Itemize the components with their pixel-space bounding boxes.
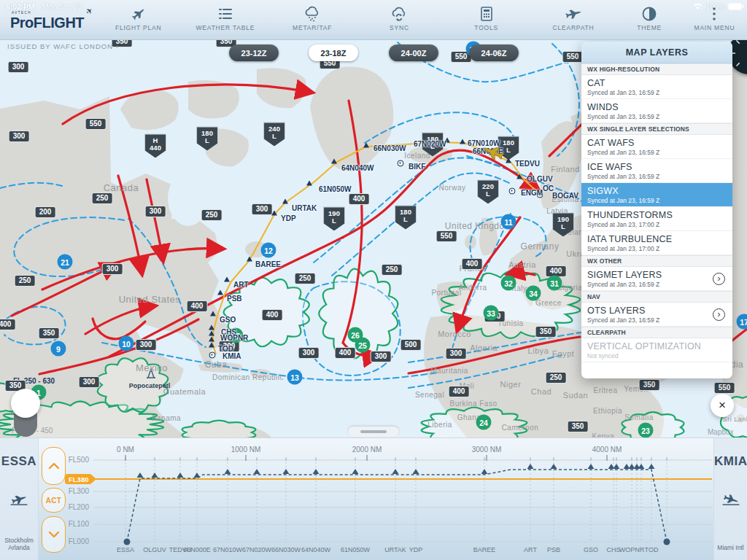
svg-text:GSO: GSO — [584, 546, 598, 553]
nav-sync[interactable]: SYNC — [356, 6, 443, 39]
svg-text:61N050W: 61N050W — [341, 546, 371, 553]
chevron-right-icon[interactable]: › — [713, 308, 725, 321]
turbulence-marker[interactable]: 13 — [287, 370, 303, 385]
turbulence-marker[interactable]: 9 — [51, 341, 66, 357]
svg-text:YDP: YDP — [409, 546, 423, 553]
cloud-area-marker[interactable]: 23 — [638, 423, 654, 438]
layer-item-cat[interactable]: CATSynced at Jan 23, 16:59 Z — [581, 75, 732, 99]
destination-city: Miami Intl — [714, 544, 747, 552]
layer-item-winds[interactable]: WINDSSynced at Jan 23, 16:59 Z — [581, 99, 732, 123]
proflight-app: 3503503005503005505505502502003002503004… — [0, 0, 747, 560]
svg-text:PSB: PSB — [547, 546, 560, 553]
app-header: 6:02 PMMon Jan 23 100% AVTECHProFLIGHT ✈… — [0, 0, 747, 40]
map-toggle-knob[interactable] — [9, 389, 42, 440]
cloud-area-marker[interactable]: 32 — [501, 276, 516, 291]
turbulence-marker[interactable]: 11 — [501, 214, 516, 230]
vertical-profile-sheet: FL500FL300FL200FL100FL0000 NM1000 NM2000… — [0, 438, 747, 560]
time-button-23-12z[interactable]: 23-12Z — [229, 44, 279, 61]
layer-item-ots-layers[interactable]: OTS LAYERSSynced at Jan 23, 16:59 Z› — [581, 303, 732, 327]
svg-text:4000 NM: 4000 NM — [592, 446, 622, 454]
chevron-right-icon[interactable]: › — [713, 273, 725, 285]
nav-main-menu[interactable]: MAIN MENU — [682, 6, 747, 39]
map-attribution[interactable]: Mapbox — [708, 428, 734, 436]
nav-tools[interactable]: TOOLS — [443, 6, 530, 39]
issued-by-label[interactable]: ISSUED BY WAFC LONDON › — [7, 42, 119, 50]
destination-code: KMIA — [714, 454, 747, 469]
turbulence-marker[interactable]: 10 — [119, 336, 134, 351]
layer-item-vertical-optimization[interactable]: VERTICAL OPTIMIZATIONNot synced — [581, 338, 732, 362]
departure-icon — [0, 492, 38, 505]
vertical-profile-chart[interactable]: FL500FL300FL200FL100FL0000 NM1000 NM2000… — [0, 438, 747, 560]
cloud-rain-icon — [303, 6, 321, 22]
svg-text:3000 NM: 3000 NM — [472, 446, 502, 454]
cloud-sync-icon — [390, 6, 408, 22]
svg-text:URTAK: URTAK — [384, 546, 406, 553]
volcano-label: Popocatepetl — [129, 382, 171, 389]
layer-item-sigwx[interactable]: SIGWXSynced at Jan 23, 16:59 Z — [581, 183, 732, 207]
layers-section-header: WX SINGLE LAYER SELECTIONS — [581, 123, 732, 135]
turbulence-marker[interactable]: 17 — [737, 314, 747, 330]
svg-text:67N020W: 67N020W — [242, 546, 272, 553]
nav-clearpath[interactable]: CLEARPATH — [530, 6, 616, 39]
profile-level-down-button[interactable] — [42, 516, 66, 553]
layers-section-header: CLEARPATH — [581, 327, 732, 338]
clock: 6:02 PM — [6, 2, 35, 11]
cloud-area-marker[interactable]: 24 — [476, 415, 492, 430]
svg-text:TOD: TOD — [645, 546, 659, 553]
sigwx-cloud-outline — [622, 412, 684, 438]
layer-item-thunderstorms[interactable]: THUNDERSTORMSSynced at Jan 23, 17:00 Z — [581, 207, 732, 231]
cloud-area-marker[interactable]: 27 — [228, 328, 244, 343]
time-button-24-00z[interactable]: 24-00Z — [389, 44, 438, 61]
turbulence-marker[interactable]: 21 — [58, 254, 73, 270]
layers-section-header: WX OTHER — [581, 255, 732, 267]
time-button-23-18z[interactable]: 23-18Z — [309, 44, 358, 61]
svg-text:FL200: FL200 — [69, 503, 90, 511]
svg-text:66N030W: 66N030W — [271, 546, 301, 553]
aircraft-position-icon[interactable] — [481, 140, 506, 168]
cloud-area-marker[interactable]: 25 — [355, 338, 371, 353]
cloud-fl-range-high: FL 250 - 630 — [13, 377, 55, 385]
nav-theme[interactable]: THEME — [617, 6, 682, 39]
svg-text:ART: ART — [524, 546, 537, 553]
layer-item-cat-wafs[interactable]: CAT WAFSSynced at Jan 23, 16:59 Z — [581, 135, 732, 159]
layer-item-ice-wafs[interactable]: ICE WAFSSynced at Jan 23, 16:59 Z — [581, 159, 732, 183]
cloud-area-marker[interactable]: 34 — [526, 286, 541, 301]
svg-text:1000 NM: 1000 NM — [231, 446, 261, 454]
volcano-icon — [144, 368, 158, 381]
proflight-logo[interactable]: AVTECHProFLIGHT ✈ — [10, 12, 84, 30]
layer-item-sigmet-layers[interactable]: SIGMET LAYERSSynced at Jan 23, 16:59 Z› — [581, 267, 732, 291]
origin-city: StockholmArlanda — [0, 537, 38, 552]
plane-icon — [131, 6, 147, 22]
bottom-sheet-drag-handle[interactable] — [348, 427, 399, 437]
map-layers-list: WX HIGH-RESOLUTIONCATSynced at Jan 23, 1… — [581, 63, 732, 362]
svg-text:FL380: FL380 — [69, 475, 88, 483]
close-profile-button[interactable]: × — [711, 394, 734, 417]
calculator-icon — [479, 6, 494, 22]
nav-metar-taf[interactable]: METAR/TAF — [269, 6, 356, 39]
profile-act-button[interactable]: ACT — [42, 488, 66, 513]
destination-airport-block: KMIA Miami Intl — [713, 438, 747, 560]
svg-text:67N010W: 67N010W — [213, 546, 243, 553]
theme-contrast-icon — [641, 6, 657, 22]
svg-text:OLGUV: OLGUV — [143, 546, 166, 553]
logo-text: ProFLIGHT — [10, 15, 84, 31]
svg-text:FL500: FL500 — [69, 456, 90, 464]
turbulence-marker[interactable]: 12 — [261, 243, 276, 258]
origin-airport-block: ESSA StockholmArlanda — [0, 438, 39, 560]
kebab-menu-icon — [706, 6, 722, 22]
svg-text:0 NM: 0 NM — [117, 446, 134, 454]
svg-text:FL100: FL100 — [69, 520, 90, 528]
nav-weather-table[interactable]: WEATHER TABLE — [182, 6, 268, 39]
svg-text:2000 NM: 2000 NM — [352, 446, 382, 454]
cloud-area-marker[interactable]: 31 — [547, 276, 562, 291]
layer-item-iata-turbulence[interactable]: IATA TURBULENCESynced at Jan 23, 17:00 Z — [581, 231, 732, 255]
date-label: Mon Jan 23 — [42, 2, 82, 11]
nav-flight-plan[interactable]: FLIGHT PLAN — [95, 6, 182, 39]
profile-level-up-button[interactable] — [42, 447, 66, 485]
svg-text:FL300: FL300 — [69, 487, 90, 495]
arrival-icon — [714, 492, 747, 505]
map-layers-panel: MAP LAYERS WX HIGH-RESOLUTIONCATSynced a… — [581, 42, 732, 378]
time-button-24-06z[interactable]: 24-06Z — [469, 44, 519, 61]
cloud-area-marker[interactable]: 33 — [484, 306, 499, 321]
svg-text:CHS: CHS — [606, 546, 620, 553]
